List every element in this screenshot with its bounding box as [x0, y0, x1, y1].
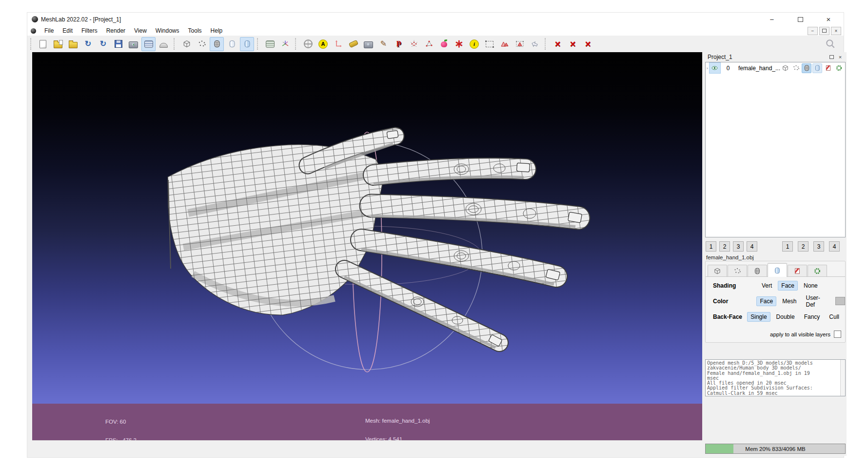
measure-net-icon[interactable] — [422, 37, 436, 51]
draw-points-icon[interactable] — [195, 37, 209, 51]
pickpoints-icon[interactable]: P — [392, 37, 406, 51]
mdi-minimize-button[interactable]: − — [808, 27, 818, 35]
draw-wireframe-icon[interactable] — [210, 37, 224, 51]
measure-tool-icon[interactable] — [346, 37, 360, 51]
open-project-icon[interactable] — [51, 37, 65, 51]
layer-row[interactable]: › 0 female_hand_... — [706, 62, 845, 74]
tab-points[interactable] — [728, 265, 747, 276]
dock-close-button[interactable]: × — [836, 54, 845, 61]
select-connected-icon[interactable] — [528, 37, 542, 51]
apply-all-checkbox[interactable] — [834, 331, 841, 338]
menu-windows[interactable]: Windows — [151, 26, 184, 35]
save-snapshot-icon[interactable] — [126, 37, 140, 51]
menu-view[interactable]: View — [130, 26, 151, 35]
shading-face-option[interactable]: Face — [778, 281, 798, 291]
backface-fancy-option[interactable]: Fancy — [801, 312, 824, 322]
shading-none-option[interactable]: None — [800, 281, 821, 291]
view-save-4-button[interactable]: 4 — [829, 241, 840, 252]
dock-title: Project_1 — [708, 54, 827, 60]
visibility-toggle[interactable] — [709, 62, 721, 74]
layer-wireframe-icon[interactable] — [802, 63, 811, 73]
menu-filters[interactable]: Filters — [77, 26, 102, 35]
view-save-3-button[interactable]: 3 — [813, 241, 824, 252]
font-size-icon[interactable]: A — [316, 37, 330, 51]
reload-all-icon[interactable]: ↻ — [96, 37, 110, 51]
copy-viewpoint-icon[interactable] — [361, 37, 375, 51]
backface-cull-option[interactable]: Cull — [826, 312, 843, 322]
backface-double-option[interactable]: Double — [773, 312, 798, 322]
info-icon[interactable]: i — [467, 37, 481, 51]
layer-bbox-icon[interactable] — [780, 63, 790, 73]
color-userdef-option[interactable]: User-Def — [803, 293, 832, 310]
dock-header: Project_1 × — [704, 52, 847, 62]
reload-mesh-icon[interactable]: ↻ — [81, 37, 95, 51]
delete-selected-vertices-icon[interactable]: × — [551, 37, 565, 51]
world-axes-icon[interactable] — [278, 37, 292, 51]
select-faces-icon[interactable] — [497, 37, 512, 51]
mdi-restore-button[interactable] — [819, 27, 829, 35]
view-preset-3-button[interactable]: 3 — [733, 241, 744, 252]
layer-culling-icon[interactable] — [834, 63, 844, 73]
plugin-apple-icon[interactable] — [437, 37, 451, 51]
import-mesh-icon[interactable] — [66, 37, 80, 51]
window-title: MeshLab 2022.02 - [Project_1] — [41, 16, 121, 23]
backface-single-option[interactable]: Single — [747, 312, 770, 322]
color-swatch[interactable] — [835, 297, 845, 305]
layer-smooth-icon[interactable] — [812, 63, 822, 73]
color-face-option[interactable]: Face — [756, 296, 776, 306]
menu-tools[interactable]: Tools — [184, 26, 206, 35]
draw-flat-icon[interactable] — [225, 37, 239, 51]
new-project-icon[interactable] — [36, 37, 50, 51]
view-save-2-button[interactable]: 2 — [798, 241, 809, 252]
point-pick-icon[interactable]: ∗ — [452, 37, 466, 51]
z-painting-icon[interactable]: ✎ — [376, 37, 391, 51]
menu-file[interactable]: File — [40, 26, 58, 35]
fps-value: FPS: 476.2 — [105, 437, 150, 441]
layer-texture-icon[interactable] — [823, 63, 833, 73]
restore-button[interactable] — [797, 16, 804, 23]
tab-texture[interactable] — [788, 265, 807, 276]
tab-smooth[interactable] — [768, 263, 787, 277]
layer-list[interactable]: › 0 female_hand_... — [705, 62, 846, 237]
export-mesh-icon[interactable] — [111, 37, 125, 51]
draw-bbox-icon[interactable] — [179, 37, 194, 51]
close-button[interactable]: × — [825, 16, 832, 23]
view-save-1-button[interactable]: 1 — [782, 241, 793, 252]
color-mesh-option[interactable]: Mesh — [779, 296, 800, 306]
view-preset-4-button[interactable]: 4 — [747, 241, 757, 252]
select-faces-rect-icon[interactable] — [513, 37, 527, 51]
log-scrollbar[interactable] — [840, 360, 845, 396]
trackball-icon[interactable] — [301, 37, 315, 51]
point-splat-icon[interactable] — [407, 37, 421, 51]
show-raster-icon[interactable] — [157, 37, 171, 51]
log-panel[interactable]: Opened mesh D:/5_3D models/3D models zak… — [705, 359, 846, 396]
texture-stack-icon[interactable] — [263, 37, 277, 51]
color-label: Color — [713, 298, 756, 305]
menu-render[interactable]: Render — [102, 26, 130, 35]
delete-selected-faces-icon[interactable]: × — [566, 37, 580, 51]
draw-smooth-icon[interactable] — [240, 37, 254, 51]
project-dock: Project_1 × › 0 female_hand_... — [704, 52, 847, 456]
tab-culling[interactable] — [808, 265, 827, 276]
dock-float-button[interactable] — [827, 54, 836, 61]
expander-icon[interactable]: › — [706, 66, 709, 71]
delete-faces-and-vertices-icon[interactable]: × — [581, 37, 595, 51]
menu-edit[interactable]: Edit — [58, 26, 77, 35]
show-axis-icon[interactable] — [331, 37, 345, 51]
quick-view-buttons: 1 2 3 4 1 2 3 4 — [706, 241, 845, 252]
shading-vert-option[interactable]: Vert — [758, 281, 775, 291]
mdi-close-button[interactable]: × — [831, 27, 841, 35]
layer-name[interactable]: female_hand_... — [738, 65, 780, 72]
menu-help[interactable]: Help — [206, 26, 227, 35]
search-icon[interactable] — [825, 39, 836, 49]
tab-bbox[interactable] — [708, 265, 727, 276]
layer-points-icon[interactable] — [791, 63, 801, 73]
view-preset-2-button[interactable]: 2 — [719, 241, 730, 252]
toolbar-handle — [30, 38, 33, 50]
select-vertices-icon[interactable] — [482, 37, 496, 51]
viewport-3d[interactable]: FOV: 60 FPS: 476.2 BO_RENDERING Mesh: fe… — [32, 52, 702, 440]
minimize-button[interactable]: − — [769, 16, 775, 23]
view-preset-1-button[interactable]: 1 — [706, 241, 716, 252]
tab-wireframe[interactable] — [748, 265, 767, 276]
show-layer-dialog-icon[interactable] — [141, 37, 156, 51]
